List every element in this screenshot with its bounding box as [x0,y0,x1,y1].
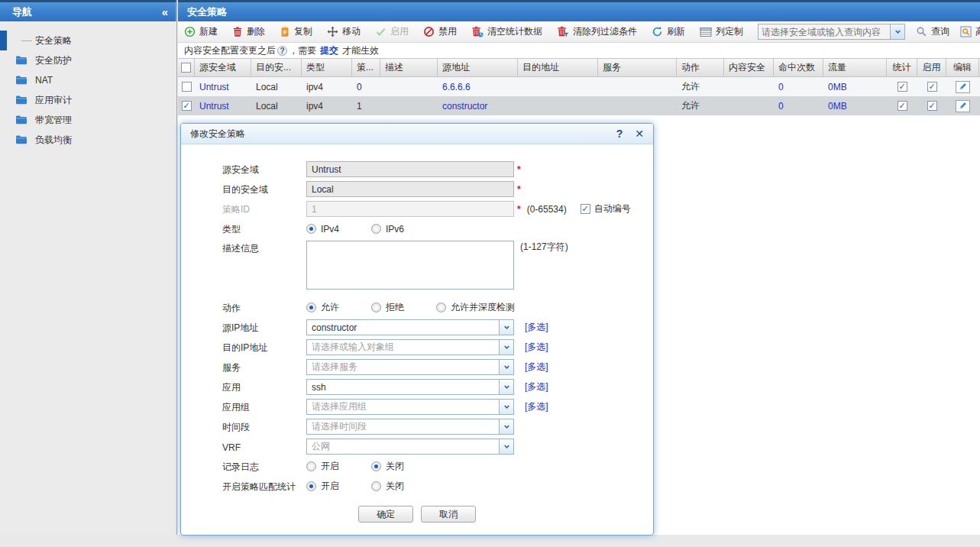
radio-match-stat-on[interactable]: 开启 [306,480,371,493]
col-type[interactable]: 类型 [302,59,352,76]
radio-match-stat-off[interactable]: 关闭 [371,480,436,493]
advanced-query-button[interactable]: 高级查询 [960,25,980,38]
col-policy-id[interactable]: 策... [352,59,380,76]
collapse-sidebar-icon[interactable]: « [162,5,168,18]
app-select[interactable]: ssh [306,379,514,395]
app-group-multi-select-link[interactable]: [多选] [525,400,548,413]
cell-traffic[interactable]: 0MB [823,96,887,115]
radio-ipv6[interactable]: IPv6 [371,224,436,235]
cell-traffic[interactable]: 0MB [823,77,887,96]
edit-button[interactable] [956,100,970,112]
radio-log-on[interactable]: 开启 [306,460,371,473]
cancel-button[interactable]: 取消 [421,506,476,523]
radio-permit[interactable]: 允许 [306,301,371,314]
dialog-footer: 确定 取消 [181,501,653,535]
stat-checkbox[interactable] [898,82,907,92]
dialog-header: 修改安全策略 ? ✕ [181,124,653,144]
col-dst-zone[interactable]: 目的安... [251,59,302,76]
src-ip-select[interactable]: constructor [306,319,514,335]
disable-button[interactable]: 禁用 [423,25,457,38]
help-icon[interactable]: ? [277,46,287,56]
table-row[interactable]: Untrust Local ipv4 0 6.6.6.6 允许 0 0MB [178,77,980,96]
edit-button[interactable] [956,81,970,93]
dialog-close-icon[interactable]: ✕ [635,128,644,140]
col-edit[interactable]: 编辑 [946,59,979,76]
col-content-sec[interactable]: 内容安全 [724,59,774,76]
col-src-zone[interactable]: 源安全域 [195,59,251,76]
col-stat[interactable]: 统计 [887,59,917,76]
cell-src-zone[interactable]: Untrust [195,77,251,96]
submit-link[interactable]: 提交 [320,44,338,57]
chevron-down-icon[interactable] [499,360,513,374]
ok-button[interactable]: 确定 [358,506,413,523]
sidebar-item-load-balance[interactable]: 负载均衡 [0,130,176,150]
col-enable[interactable]: 启用 [917,59,946,76]
radio-deny[interactable]: 拒绝 [371,301,436,314]
enable-checkbox[interactable] [927,101,937,111]
cell-src-zone[interactable]: Untrust [195,96,251,115]
enable-button[interactable]: 启用 [375,25,409,38]
policy-id-input[interactable] [306,201,514,217]
new-button[interactable]: 新建 [184,25,218,38]
time-range-select[interactable]: 请选择时间段 [306,419,514,435]
service-multi-select-link[interactable]: [多选] [525,361,548,374]
chevron-down-icon[interactable] [890,24,904,39]
dialog-help-icon[interactable]: ? [616,128,623,140]
dst-zone-input[interactable] [306,181,514,197]
col-dst-addr[interactable]: 目的地址 [518,59,598,76]
auto-number-checkbox[interactable] [581,204,590,214]
copy-button[interactable]: 复制 [280,25,312,38]
app-multi-select-link[interactable]: [多选] [525,380,548,393]
radio-icon [371,303,381,312]
radio-ipv4[interactable]: IPv4 [306,224,371,235]
clear-column-filter-button[interactable]: 清除列过滤条件 [557,25,637,38]
dst-ip-multi-select-link[interactable]: [多选] [525,341,548,354]
col-service[interactable]: 服务 [598,59,677,76]
cell-src-addr[interactable]: constructor [438,96,518,115]
delete-button[interactable]: 删除 [232,25,265,38]
col-hits[interactable]: 命中次数 [774,59,823,76]
stat-checkbox[interactable] [898,101,907,111]
sidebar-header: 导航 « [0,0,176,21]
sidebar-item-bandwidth[interactable]: 带宽管理 [0,110,176,130]
radio-permit-deep-inspect[interactable]: 允许并深度检测 [436,301,515,314]
description-textarea[interactable] [306,241,514,290]
src-ip-multi-select-link[interactable]: [多选] [525,321,548,334]
row-checkbox[interactable] [182,101,192,111]
auto-number-option[interactable]: 自动编号 [581,202,631,215]
refresh-button[interactable]: 刷新 [652,25,685,38]
table-row-selected[interactable]: Untrust Local ipv4 1 constructor 允许 0 0M… [178,96,980,115]
enable-checkbox[interactable] [927,82,937,92]
col-desc[interactable]: 描述 [380,59,438,76]
sidebar-item-security-policy[interactable]: 安全策略 [0,31,176,50]
cell-hits[interactable]: 0 [774,96,823,115]
col-traffic[interactable]: 流量 [823,59,887,76]
chevron-down-icon[interactable] [499,400,513,414]
chevron-down-icon[interactable] [499,380,513,394]
select-all-checkbox[interactable] [181,63,191,73]
app-group-select[interactable]: 请选择应用组 [306,399,514,415]
chevron-down-icon[interactable] [499,419,513,434]
cell-src-addr[interactable]: 6.6.6.6 [438,77,518,96]
service-select[interactable]: 请选择服务 [306,359,514,375]
cell-hits[interactable]: 0 [774,77,823,96]
clear-statistics-button[interactable]: 清空统计数据 [471,25,542,38]
src-zone-input[interactable] [306,161,514,177]
vrf-select[interactable]: 公网 [306,439,514,455]
radio-log-off[interactable]: 关闭 [371,460,436,473]
sidebar-item-nat[interactable]: NAT [0,70,176,90]
move-button[interactable]: 移动 [327,25,361,38]
sidebar-item-app-audit[interactable]: 应用审计 [0,90,176,110]
chevron-down-icon[interactable] [499,439,513,454]
sidebar-item-security-protection[interactable]: 安全防护 [0,50,176,70]
col-action[interactable]: 动作 [677,59,724,76]
col-src-addr[interactable]: 源地址 [438,59,518,76]
search-icon [916,26,927,37]
column-customize-button[interactable]: 列定制 [700,25,743,38]
row-checkbox[interactable] [182,82,192,92]
chevron-down-icon[interactable] [499,320,513,335]
chevron-down-icon[interactable] [499,340,513,354]
dst-ip-select[interactable]: 请选择或输入对象组 [306,339,514,355]
search-input[interactable] [758,24,890,39]
query-button[interactable]: 查询 [916,25,949,38]
